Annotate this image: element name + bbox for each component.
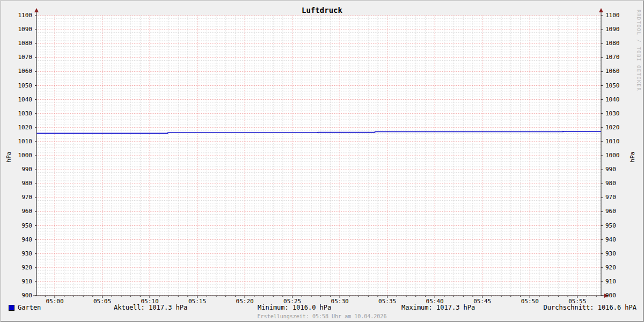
stat-minimum: Minimum: 1016.0 hPa <box>258 304 331 311</box>
series-color-swatch-icon <box>9 305 14 311</box>
y-tick-label-left: 1030 <box>1 111 32 117</box>
y-tick-label-right: 960 <box>605 208 616 215</box>
y-tick-label-left: 1060 <box>1 68 32 75</box>
y-tick-label-left: 900 <box>1 292 32 299</box>
y-tick-label-right: 990 <box>605 166 616 173</box>
y-tick-label-left: 930 <box>1 251 32 257</box>
legend-row: Garten Aktuell: 1017.3 hPa Minimum: 1016… <box>1 304 643 312</box>
y-tick-label-left: 960 <box>1 208 32 215</box>
rrdtool-pressure-graph: Luftdruck hPa hPa 9009009109109209209309… <box>0 0 644 322</box>
y-tick-label-left: 1040 <box>1 97 32 103</box>
y-tick-label-left: 1050 <box>1 83 32 89</box>
stat-maximum: Maximum: 1017.3 hPa <box>401 304 475 311</box>
y-tick-label-right: 940 <box>605 237 616 243</box>
y-tick-label-left: 1070 <box>1 54 32 61</box>
y-tick-label-left: 990 <box>1 166 32 173</box>
y-tick-label-right: 1070 <box>605 54 620 61</box>
y-tick-label-right: 900 <box>605 292 616 299</box>
y-tick-label-right: 1090 <box>605 26 620 33</box>
plot-area-canvas <box>1 1 643 321</box>
y-tick-label-right: 920 <box>605 265 616 271</box>
y-tick-label-left: 920 <box>1 265 32 271</box>
stat-current: Aktuell: 1017.3 hPa <box>114 304 187 311</box>
chart-title: Luftdruck <box>1 6 643 14</box>
y-tick-label-left: 1090 <box>1 26 32 33</box>
legend-series-label: Garten <box>18 304 41 311</box>
y-tick-label-right: 1010 <box>605 138 620 145</box>
y-tick-label-right: 970 <box>605 194 616 201</box>
y-tick-label-right: 930 <box>605 251 616 257</box>
y-tick-label-left: 940 <box>1 237 32 243</box>
y-tick-label-right: 1000 <box>605 152 620 159</box>
y-tick-label-right: 1080 <box>605 40 620 47</box>
y-tick-label-left: 970 <box>1 194 32 201</box>
y-tick-label-right: 950 <box>605 223 616 229</box>
y-tick-label-right: 980 <box>605 180 616 187</box>
y-tick-label-left: 1020 <box>1 125 32 131</box>
stat-average: Durchschnitt: 1016.6 hPA <box>544 304 636 311</box>
y-tick-label-left: 980 <box>1 180 32 187</box>
y-tick-label-left: 1100 <box>1 12 32 19</box>
y-tick-label-right: 1040 <box>605 97 620 103</box>
y-tick-label-right: 1060 <box>605 68 620 75</box>
y-tick-label-right: 910 <box>605 279 616 285</box>
y-tick-label-left: 1080 <box>1 40 32 47</box>
y-tick-label-right: 1100 <box>605 12 620 19</box>
y-tick-label-left: 950 <box>1 223 32 229</box>
y-tick-label-right: 1050 <box>605 83 620 89</box>
y-tick-label-right: 1020 <box>605 125 620 131</box>
y-axis-unit-right: hPa <box>629 147 636 168</box>
rrdtool-watermark: RRDTOOL / TOBI OETIKER <box>636 10 641 91</box>
y-tick-label-left: 910 <box>1 279 32 285</box>
y-tick-label-right: 1030 <box>605 111 620 117</box>
creation-time-note: Erstellungszeit: 05:58 Uhr am 10.04.2026 <box>1 313 643 319</box>
y-tick-label-left: 1000 <box>1 152 32 159</box>
y-tick-label-left: 1010 <box>1 138 32 145</box>
